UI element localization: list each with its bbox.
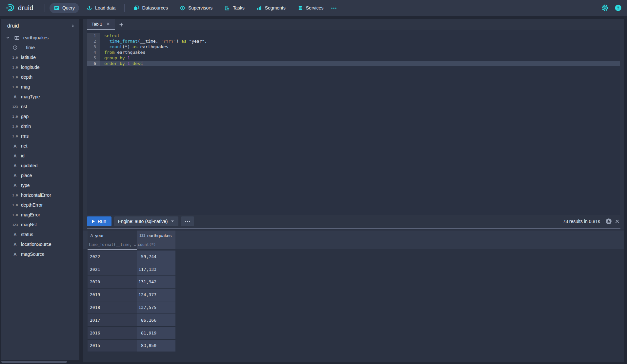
tree-column--time[interactable]: __time — [1, 43, 79, 52]
tree-column-magsource[interactable]: AmagSource — [1, 249, 79, 259]
druid-logo[interactable]: druid — [5, 3, 33, 12]
play-icon — [92, 220, 95, 223]
tree-column-longitude[interactable]: 1.0longitude — [1, 62, 79, 72]
tree-column-magtype[interactable]: AmagType — [1, 92, 79, 102]
table-row: 202259,744 — [88, 251, 175, 263]
cell-earthquakes[interactable]: 131,942 — [137, 276, 175, 289]
column-tree: earthquakes__time1.0latitude1.0longitude… — [1, 33, 79, 259]
sort-columns-button[interactable] — [70, 22, 76, 30]
string-type-icon: A — [11, 144, 19, 149]
string-type-icon: A — [11, 242, 19, 247]
table-icon — [13, 35, 21, 40]
more-menu-button[interactable] — [328, 3, 340, 13]
table-row: 2021117,133 — [88, 263, 175, 276]
tree-column-place[interactable]: Aplace — [1, 171, 79, 180]
code-line-4: 4from earthquakes — [87, 50, 620, 55]
nav-item-datasources[interactable]: Datasources — [129, 3, 172, 13]
tree-column-nst[interactable]: 123nst — [1, 102, 79, 111]
cell-earthquakes[interactable]: 81,919 — [137, 327, 175, 340]
string-type-icon: A — [11, 183, 19, 188]
download-results-icon[interactable] — [605, 218, 612, 225]
cell-earthquakes[interactable]: 137,575 — [137, 301, 175, 314]
tree-column-rms[interactable]: 1.0rms — [1, 131, 79, 141]
table-row: 201681,919 — [88, 327, 175, 340]
query-panel: Tab 1 1select2 time_format(__time, 'YYYY… — [83, 19, 624, 362]
float-type-icon: 1.0 — [11, 56, 19, 59]
schema-sidebar: druid earthquakes__time1.0latitude1.0lon… — [1, 19, 79, 360]
code-text: order by 1 desc — [100, 61, 620, 66]
cell-earthquakes[interactable]: 83,850 — [137, 340, 175, 353]
column-header-year[interactable]: Ayeartime_format(__time, … — [88, 231, 137, 249]
query-tab-bar: Tab 1 — [87, 19, 620, 30]
cell-year[interactable]: 2019 — [88, 289, 137, 301]
help-icon[interactable]: ? — [615, 4, 622, 11]
nav-item-segments[interactable]: Segments — [252, 3, 290, 13]
column-header-earthquakes[interactable]: 123earthquakescount(*) — [137, 231, 175, 249]
tree-column-mag[interactable]: 1.0mag — [1, 82, 79, 92]
nav-item-label: Supervisors — [188, 5, 212, 10]
column-name: magNst — [21, 222, 37, 227]
clock-icon — [11, 45, 19, 50]
nav-item-load-data[interactable]: Load data — [82, 3, 120, 13]
column-name: locationSource — [21, 242, 51, 247]
nav-item-services[interactable]: Services — [293, 3, 328, 13]
cell-year[interactable]: 2022 — [88, 251, 137, 263]
column-name: type — [21, 183, 30, 188]
run-button[interactable]: Run — [87, 216, 111, 226]
tree-column-gap[interactable]: 1.0gap — [1, 111, 79, 121]
cell-year[interactable]: 2016 — [88, 327, 137, 340]
tree-table-earthquakes[interactable]: earthquakes — [1, 33, 79, 43]
tree-column-net[interactable]: Anet — [1, 141, 79, 151]
sort-indicator — [88, 249, 137, 251]
tree-column-locationsource[interactable]: AlocationSource — [1, 239, 79, 249]
cell-earthquakes[interactable]: 117,133 — [137, 263, 175, 276]
tree-column-horizontalerror[interactable]: 1.0horizontalError — [1, 190, 79, 200]
cell-earthquakes[interactable]: 59,744 — [137, 251, 175, 263]
chevron-down-icon[interactable] — [6, 35, 10, 40]
sidebar-horizontal-scrollbar[interactable] — [1, 361, 67, 363]
tree-column-latitude[interactable]: 1.0latitude — [1, 52, 79, 62]
table-row: 2019124,377 — [88, 289, 175, 301]
cell-year[interactable]: 2018 — [88, 301, 137, 314]
settings-gear-icon[interactable] — [601, 4, 609, 11]
column-type-icon: A — [90, 233, 93, 238]
nav-group-primary: QueryLoad data — [50, 3, 120, 13]
table-row: 2018137,575 — [88, 301, 175, 314]
tab-tab1[interactable]: Tab 1 — [87, 19, 115, 30]
cell-year[interactable]: 2021 — [88, 263, 137, 276]
cell-year[interactable]: 2017 — [88, 314, 137, 327]
tree-column-magnst[interactable]: 123magNst — [1, 220, 79, 230]
column-name: magSource — [21, 252, 45, 257]
nav-item-tasks[interactable]: Tasks — [220, 3, 249, 13]
code-text: select — [100, 33, 620, 38]
tree-column-updated[interactable]: Aupdated — [1, 161, 79, 171]
cell-year[interactable]: 2020 — [88, 276, 137, 289]
tree-column-depth[interactable]: 1.0depth — [1, 72, 79, 82]
navbar-divider — [124, 4, 125, 12]
tree-column-type[interactable]: Atype — [1, 180, 79, 190]
tab-close-icon[interactable] — [106, 22, 110, 26]
sql-editor[interactable]: 1select2 time_format(__time, 'YYYY') as … — [87, 30, 620, 215]
results-table-header: Ayeartime_format(__time, …123earthquakes… — [88, 231, 175, 249]
nav-item-label: Tasks — [233, 5, 245, 10]
new-tab-button[interactable] — [115, 19, 128, 30]
nav-item-supervisors[interactable]: Supervisors — [175, 3, 217, 13]
tree-column-magerror[interactable]: 1.0magError — [1, 210, 79, 220]
query-more-button[interactable] — [181, 216, 194, 226]
cell-earthquakes[interactable]: 86,166 — [137, 314, 175, 327]
engine-select-button[interactable]: Engine: auto (sql-native) — [114, 216, 179, 226]
close-results-icon[interactable] — [615, 219, 620, 224]
cell-earthquakes[interactable]: 124,377 — [137, 289, 175, 301]
code-line-3: 3 count(*) as earthquakes — [87, 44, 620, 50]
cell-year[interactable]: 2015 — [88, 340, 137, 353]
line-number: 5 — [87, 55, 100, 61]
tree-column-dmin[interactable]: 1.0dmin — [1, 121, 79, 131]
tree-column-deptherror[interactable]: 1.0depthError — [1, 200, 79, 210]
nav-item-query[interactable]: Query — [50, 3, 79, 13]
string-type-icon: A — [11, 153, 19, 158]
tree-column-id[interactable]: Aid — [1, 151, 79, 161]
tree-column-status[interactable]: Astatus — [1, 230, 79, 239]
code-text: time_format(__time, 'YYYY') as "year", — [100, 38, 620, 44]
results-area: Ayeartime_format(__time, …123earthquakes… — [83, 229, 624, 362]
column-name: place — [21, 173, 32, 178]
